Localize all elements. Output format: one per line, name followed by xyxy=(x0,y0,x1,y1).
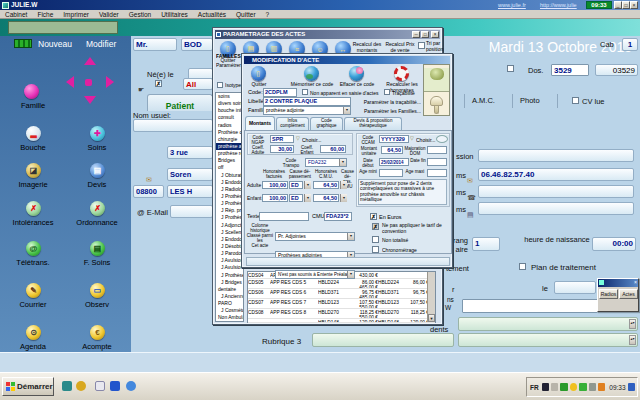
recalcul-montants-button[interactable]: Recalcul des montants xyxy=(351,42,383,53)
le-date-field[interactable] xyxy=(554,281,596,294)
date-debut-field[interactable]: 25/02/2014 xyxy=(379,158,409,166)
family-item[interactable]: J Avulsion perm. xyxy=(216,264,243,271)
en-euros-checkbox[interactable]: ✗ xyxy=(370,213,377,220)
table-row[interactable]: CDS08APP RES CDS 8HBLD270118,25 €550,00 … xyxy=(248,309,435,319)
family-item[interactable]: bouche initiale xyxy=(216,107,243,114)
plan-traitement-checkbox[interactable] xyxy=(519,263,526,270)
language-indicator[interactable]: FR xyxy=(530,384,539,391)
dos-checkbox[interactable] xyxy=(507,65,514,72)
adulte-cmu-dropdown-icon[interactable] xyxy=(340,181,347,189)
famille-icon[interactable] xyxy=(24,84,39,99)
tray-icon-5[interactable] xyxy=(579,383,586,391)
tray-icon-8[interactable] xyxy=(628,383,635,391)
dialog-maximize-button[interactable]: □ xyxy=(421,31,429,38)
family-item[interactable]: Bridges xyxy=(216,157,243,164)
adulte-cause-dropdown-icon[interactable] xyxy=(304,181,311,189)
close-button[interactable]: × xyxy=(630,1,638,9)
non-totalise-checkbox[interactable] xyxy=(372,236,379,243)
family-item[interactable]: J Endodontie tem xyxy=(216,179,243,186)
cmu-field[interactable]: FDA23*2 xyxy=(324,212,352,221)
chronometrage-checkbox[interactable] xyxy=(372,246,379,253)
scroll-arrows-icon2[interactable]: ▴▾ xyxy=(629,335,636,345)
bouche-icon[interactable]: ▂ xyxy=(26,126,41,141)
sidebar-item-courrier[interactable]: Courrier xyxy=(2,300,64,309)
libelle-field[interactable]: 2 CONTRE PLAQUE xyxy=(263,97,351,106)
courrier-icon[interactable]: ✎ xyxy=(26,283,41,298)
address-field-1[interactable]: 3 rue xyxy=(167,146,213,159)
nav-left-icon[interactable] xyxy=(66,76,74,88)
ngap-field[interactable]: SPR xyxy=(270,135,294,143)
family-item[interactable]: off xyxy=(216,164,243,171)
majoration-dom-field[interactable] xyxy=(427,146,447,154)
family-item[interactable]: Non Ambulatoire xyxy=(216,314,243,321)
ccam-filter-icon[interactable] xyxy=(410,135,414,142)
colonne-historique-dropdown[interactable]: Pr. Adjointes xyxy=(275,232,355,241)
dialog-minimize-button[interactable]: ─ xyxy=(412,31,420,38)
sidebar-item-acompte[interactable]: Acompte xyxy=(66,342,128,351)
allergy-field[interactable]: All xyxy=(183,78,213,90)
observ-icon[interactable]: ▭ xyxy=(90,283,105,298)
restore-button[interactable]: □ xyxy=(622,1,630,9)
coeff-adulte-field[interactable]: 30,00 xyxy=(270,145,294,153)
tray-icon-7[interactable] xyxy=(598,383,605,391)
family-item-selected[interactable]: prothèse adjointe xyxy=(216,143,243,150)
coeff-enfant-field[interactable]: 60,00 xyxy=(320,145,346,153)
profession-field[interactable] xyxy=(478,149,634,162)
cab-field[interactable]: 1 xyxy=(622,38,638,51)
adulte-cause-field[interactable]: ED xyxy=(289,181,303,189)
tri-position-checkbox[interactable] xyxy=(418,42,425,49)
family-item[interactable]: J Parodontie xyxy=(216,250,243,257)
scroll-arrows-icon[interactable]: ▴▾ xyxy=(629,319,636,329)
table-row[interactable]: CDS07APP RES CDS 7HBLD123107,50 €550,00 … xyxy=(248,299,435,309)
sidebar-item-imagerie[interactable]: Imagerie xyxy=(2,180,64,189)
tab-montants[interactable]: Montants xyxy=(245,116,275,130)
tab-code-graphique[interactable]: Code graphique xyxy=(310,117,343,130)
tab-infos-complement[interactable]: Infos complément xyxy=(276,117,309,130)
actes-button[interactable]: Actes xyxy=(619,289,638,299)
dropdown-arrow-icon[interactable] xyxy=(339,159,346,166)
birth-time-field[interactable]: 00:00 xyxy=(592,237,636,251)
address-field-2[interactable]: Soren xyxy=(167,168,213,181)
enfant-cause-field[interactable]: ED xyxy=(289,194,303,202)
modification-titlebar[interactable]: MODIFICATION D'ACTE xyxy=(244,56,450,64)
acompte-icon[interactable]: € xyxy=(90,325,105,340)
family-item[interactable]: J Prothèse dét. PF xyxy=(216,193,243,200)
rang-field[interactable]: 1 xyxy=(472,237,500,251)
family-item[interactable]: dentaire xyxy=(216,286,243,293)
tab-photo[interactable]: Photo xyxy=(520,96,540,105)
notes-field[interactable] xyxy=(462,299,598,313)
city-field[interactable]: LES H xyxy=(167,185,213,198)
tray-icon-4[interactable] xyxy=(570,383,577,391)
tarif-convention-checkbox[interactable]: ✗ xyxy=(372,223,379,230)
agenda-icon[interactable]: ⊙ xyxy=(26,325,41,340)
isotypes-checkbox[interactable] xyxy=(217,82,223,88)
family-item[interactable]: J Désobtu. endo. xyxy=(216,243,243,250)
devis-icon[interactable]: ▤ xyxy=(90,163,105,178)
allergy-checkbox[interactable]: ✗ xyxy=(155,80,162,87)
sidebar-item-soins[interactable]: Soins xyxy=(66,143,128,152)
famille-dropdown[interactable]: prothèse adjointe xyxy=(263,106,351,115)
sidebar-item-agenda[interactable]: Agenda xyxy=(2,342,64,351)
age-maxi-field[interactable] xyxy=(427,169,447,177)
family-item[interactable]: radios xyxy=(216,122,243,129)
modifier-button[interactable]: Modifier xyxy=(86,39,116,49)
modal-quitter-icon[interactable]: ▯ xyxy=(251,66,266,81)
dossier-code-field[interactable]: 03529 xyxy=(595,64,638,76)
nom-usuel-field[interactable] xyxy=(133,119,213,132)
tray-icon-2[interactable] xyxy=(551,383,558,391)
sidebar-item-famille[interactable]: Famille xyxy=(2,101,64,110)
family-item[interactable]: J Bridges xyxy=(216,279,243,286)
filter-icon[interactable] xyxy=(296,135,300,142)
parametrage-titlebar[interactable]: PARAMETRAGE DES ACTES xyxy=(215,30,440,39)
enfant-honoraires-field[interactable]: 100,00 xyxy=(262,194,288,202)
family-item[interactable]: J Rép. prothèse xyxy=(216,207,243,214)
family-item[interactable]: J Radiologie xyxy=(216,186,243,193)
family-item[interactable]: divers soins gratuit xyxy=(216,100,243,107)
sidebar-item-ordonnance[interactable]: Ordonnance xyxy=(64,218,130,227)
sidebar-item-teletrans[interactable]: Télétrans. xyxy=(2,258,64,267)
recalcul-vente-button[interactable]: Recalcul Prix de vente xyxy=(385,42,415,53)
nouveau-button[interactable]: Nouveau xyxy=(38,39,72,49)
family-item[interactable]: J Obturations xyxy=(216,172,243,179)
enfant-cmu-dropdown-icon[interactable] xyxy=(340,194,347,202)
sidebar-item-fsoins[interactable]: F. Soins xyxy=(66,258,128,267)
